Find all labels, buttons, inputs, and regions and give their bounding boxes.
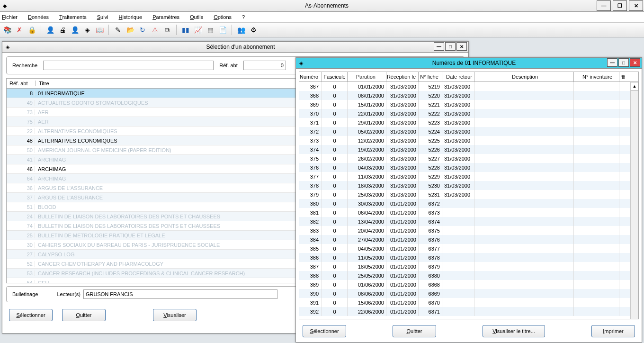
- table-row[interactable]: 370022/01/200031/03/2000522231/03/2000: [299, 109, 630, 118]
- refresh-icon[interactable]: ↻: [138, 26, 147, 34]
- col-reception[interactable]: Réception le: [386, 72, 419, 81]
- menu-données[interactable]: Données: [28, 14, 49, 20]
- table-row[interactable]: 392022/06/200001/01/20006871: [299, 307, 630, 316]
- table-row[interactable]: 369015/01/200031/03/2000522131/03/2000: [299, 100, 630, 109]
- sub2-title: Numéros de 01 INFORMATIQUE: [306, 60, 642, 66]
- quit-button[interactable]: Quitter: [62, 309, 106, 321]
- table-row[interactable]: 391015/06/200001/01/20006870: [299, 298, 630, 307]
- sub2-close-button[interactable]: ✕: [630, 58, 640, 67]
- col-inventaire[interactable]: N° inventaire: [574, 72, 619, 81]
- menu-?[interactable]: ?: [242, 14, 245, 20]
- table-row[interactable]: 371029/01/200031/03/2000522331/03/2000: [299, 118, 630, 127]
- users-icon[interactable]: 👥: [237, 26, 245, 34]
- print-icon[interactable]: 🖨: [58, 26, 67, 34]
- table-row[interactable]: 389001/06/200001/01/20006868: [299, 280, 630, 289]
- view-button[interactable]: Visualiser: [153, 309, 197, 321]
- close-button[interactable]: ✕: [629, 0, 643, 11]
- books-icon[interactable]: 📚: [3, 26, 11, 34]
- col-description[interactable]: Description: [474, 72, 574, 81]
- diamond-icon: ◈: [298, 60, 304, 66]
- menu-outils[interactable]: Outils: [190, 14, 203, 20]
- app-title: As-Abonnements: [9, 2, 644, 9]
- sub1-max-button[interactable]: □: [445, 42, 456, 51]
- sub2-min-button[interactable]: —: [607, 58, 617, 67]
- select-button[interactable]: Sélectionner: [9, 309, 53, 321]
- quit-button[interactable]: Quitter: [393, 325, 436, 337]
- restore-button[interactable]: ❐: [613, 0, 627, 11]
- minimize-button[interactable]: —: [597, 0, 611, 11]
- copy-icon[interactable]: ⧉: [163, 26, 171, 34]
- table-row[interactable]: 377011/03/200031/03/2000522931/03/2000: [299, 172, 630, 181]
- col-ref[interactable]: Réf. abt: [7, 81, 36, 86]
- print-button[interactable]: Imprimer: [591, 325, 635, 337]
- table-row[interactable]: 388025/05/200001/01/20006380: [299, 271, 630, 280]
- numbers-body[interactable]: 367001/01/200031/03/2000521931/03/200036…: [299, 82, 630, 319]
- menu-suivi[interactable]: Suivi: [97, 14, 108, 20]
- menu-options[interactable]: Options: [214, 14, 232, 20]
- table-row[interactable]: 382013/04/200001/01/20006374: [299, 217, 630, 226]
- view-title-button[interactable]: Visualiser le titre...: [483, 325, 545, 337]
- search-label: Recherche: [12, 63, 37, 68]
- report-icon[interactable]: 📄: [218, 26, 227, 34]
- person-red-icon[interactable]: ✗: [15, 26, 24, 34]
- table-row[interactable]: 386011/05/200001/01/20006378: [299, 253, 630, 262]
- toolbar: 📚 ✗ 🔒 👤 🖨 👤 ◈ 📖 ✎ 📂 ↻ ⚠ ⧉ ▮▮ 📈 ▦ 📄 👥 ⚙: [0, 23, 644, 37]
- col-numero[interactable]: Numéro: [299, 72, 322, 81]
- linechart-icon[interactable]: 📈: [194, 26, 202, 34]
- menu-historique[interactable]: Historique: [119, 14, 143, 20]
- sub1-title: Sélection d'un abonnement: [13, 44, 468, 50]
- menu-paramètres[interactable]: Paramètres: [152, 14, 179, 20]
- numbers-table: Numéro Fascicule Parution Réception le N…: [299, 72, 639, 319]
- table-row[interactable]: 368008/01/200031/03/2000522031/03/2000: [299, 91, 630, 100]
- lock-icon[interactable]: 🔒: [27, 26, 36, 34]
- table-row[interactable]: 381006/04/200001/01/20006373: [299, 208, 630, 217]
- sub1-close-button[interactable]: ✕: [456, 42, 467, 51]
- main-titlebar: ◆ As-Abonnements — ❐ ✕: [0, 0, 644, 12]
- table-row[interactable]: 387018/05/200001/01/20006379: [299, 262, 630, 271]
- menu-fichier[interactable]: Fichier: [2, 14, 18, 20]
- table-row[interactable]: 374019/02/200031/03/2000522631/03/2000: [299, 145, 630, 154]
- col-fiche[interactable]: N° fiche: [419, 72, 442, 81]
- menubar: FichierDonnéesTraitementsSuiviHistorique…: [0, 12, 644, 23]
- ref-input[interactable]: [243, 61, 286, 70]
- org-icon[interactable]: ⚙: [249, 26, 258, 34]
- table-row[interactable]: 367001/01/200031/03/2000521931/03/2000: [299, 82, 630, 91]
- sub1-titlebar[interactable]: ◈ Sélection d'un abonnement — □ ✕: [2, 42, 468, 53]
- sub1-min-button[interactable]: —: [434, 42, 444, 51]
- menu-traitements[interactable]: Traitements: [59, 14, 87, 20]
- table-row[interactable]: 380030/03/200001/01/20006372: [299, 199, 630, 208]
- table-row[interactable]: 378018/03/200031/03/2000523031/03/2000: [299, 181, 630, 190]
- sub2-buttons: Sélectionner Quitter Visualiser le titre…: [296, 322, 642, 342]
- sub2-max-button[interactable]: □: [618, 58, 629, 67]
- table-row[interactable]: 375026/02/200031/03/2000522731/03/2000: [299, 154, 630, 163]
- search-input[interactable]: [43, 61, 214, 70]
- table-row[interactable]: 376004/03/200031/03/2000522831/03/2000: [299, 163, 630, 172]
- diamond-icon[interactable]: ◈: [83, 26, 91, 34]
- numbers-header: Numéro Fascicule Parution Réception le N…: [299, 72, 638, 82]
- lecteurs-input[interactable]: [83, 289, 277, 299]
- book-icon[interactable]: 📖: [95, 26, 104, 34]
- table-row[interactable]: 390008/06/200001/01/20006869: [299, 289, 630, 298]
- scroll-up-icon[interactable]: ▲: [631, 82, 638, 90]
- table-row[interactable]: 379025/03/200031/03/2000523131/03/2000: [299, 190, 630, 199]
- table-row[interactable]: 373012/02/200031/03/2000522531/03/2000: [299, 136, 630, 145]
- scrollbar[interactable]: ▲: [630, 82, 638, 319]
- diamond-icon: ◈: [4, 44, 11, 50]
- table-row[interactable]: 383020/04/200001/01/20006375: [299, 226, 630, 235]
- col-retour[interactable]: Date retour: [442, 72, 474, 81]
- user2-icon[interactable]: 👤: [71, 26, 79, 34]
- edit-icon[interactable]: ✎: [114, 26, 122, 34]
- col-fascicule[interactable]: Fascicule: [322, 72, 348, 81]
- select-button[interactable]: Sélectionner: [303, 325, 346, 337]
- table-row[interactable]: 385004/05/200001/01/20006377: [299, 244, 630, 253]
- warning-icon[interactable]: ⚠: [151, 26, 159, 34]
- col-parution[interactable]: Parution: [348, 72, 386, 81]
- barchart-icon[interactable]: ▮▮: [181, 26, 190, 34]
- user-icon[interactable]: 👤: [46, 26, 54, 34]
- folder-icon[interactable]: 📂: [126, 26, 134, 34]
- grid-icon[interactable]: ▦: [206, 26, 215, 34]
- sub2-titlebar[interactable]: ◈ Numéros de 01 INFORMATIQUE — □ ✕: [296, 58, 642, 69]
- table-row[interactable]: 372005/02/200031/03/2000522431/03/2000: [299, 127, 630, 136]
- table-row[interactable]: 384027/04/200001/01/20006376: [299, 235, 630, 244]
- trash-icon[interactable]: 🗑: [619, 74, 627, 80]
